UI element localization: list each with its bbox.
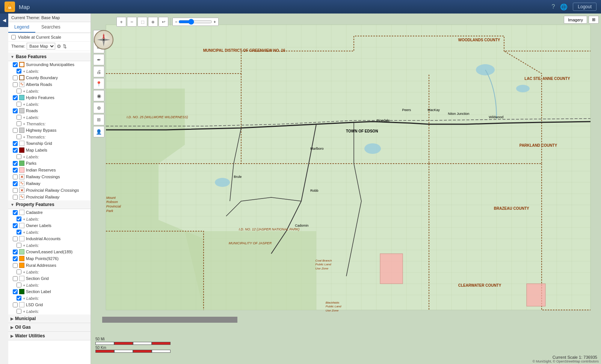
roads-check[interactable] bbox=[13, 108, 18, 113]
highway-bypass-thematics-check[interactable] bbox=[17, 134, 21, 139]
highway-bypass-label: Highway Bypass bbox=[26, 128, 56, 132]
highway-bypass-check[interactable] bbox=[13, 128, 18, 133]
map-points-check[interactable] bbox=[13, 256, 18, 261]
tab-legend[interactable]: Legend bbox=[8, 22, 35, 33]
profile-button[interactable]: 👤 bbox=[93, 126, 104, 137]
surrounding-muni-check[interactable] bbox=[13, 62, 18, 67]
surrounding-muni-labels-check[interactable] bbox=[17, 69, 21, 74]
layer-rural-addresses: Rural Addresses bbox=[8, 262, 91, 269]
back-button[interactable]: ↩ bbox=[159, 17, 168, 27]
theme-settings-icon[interactable]: ⚙ bbox=[57, 44, 61, 49]
owner-labels-sublabels-check[interactable] bbox=[17, 230, 21, 235]
zoom-plus-icon[interactable]: + bbox=[213, 20, 216, 24]
industrial-accounts-check[interactable] bbox=[13, 236, 18, 241]
layers-button[interactable]: ◉ bbox=[93, 90, 104, 101]
zoom-minus-icon[interactable]: − bbox=[175, 20, 177, 24]
railway-crossings-check[interactable] bbox=[13, 174, 18, 179]
hydro-check[interactable] bbox=[13, 95, 18, 100]
tab-searches[interactable]: Searches bbox=[35, 22, 66, 33]
section-property-features[interactable]: ▼ Property Features bbox=[8, 200, 91, 209]
edit-button[interactable]: ✒ bbox=[93, 54, 104, 65]
parks-check[interactable] bbox=[13, 161, 18, 166]
zoom-in2-button[interactable]: ⊕ bbox=[148, 17, 158, 27]
alberta-roads-swatch bbox=[19, 82, 24, 87]
svg-rect-64 bbox=[102, 317, 237, 323]
provincial-railway-swatch bbox=[19, 194, 24, 200]
alberta-roads-labels-label: + Labels: bbox=[23, 89, 39, 93]
theme-adjust-icon[interactable]: ⇅ bbox=[63, 44, 67, 49]
layer-highway-bypass-thematics: + Thematics: bbox=[8, 134, 91, 140]
owner-labels-check[interactable] bbox=[13, 223, 18, 228]
identify-button[interactable]: ⊕ bbox=[93, 102, 104, 113]
section-label-check[interactable] bbox=[13, 289, 18, 294]
section-municipal[interactable]: ▶ Municipal bbox=[8, 314, 91, 323]
help-icon[interactable]: ? bbox=[551, 3, 555, 10]
provincial-railway-crossings-check[interactable] bbox=[13, 188, 18, 193]
section-water-utilities[interactable]: ▶ Water Utilities bbox=[8, 332, 91, 340]
rural-addresses-check[interactable] bbox=[13, 263, 18, 268]
collapse-arrow[interactable]: ◀ bbox=[0, 14, 8, 27]
section-base-features[interactable]: ▼ Base Features bbox=[8, 53, 91, 61]
layer-cadastre-labels: + Labels: bbox=[8, 216, 91, 222]
layer-lsd-grid-labels: + Labels: bbox=[8, 308, 91, 314]
print-button[interactable]: 🖨 bbox=[93, 66, 104, 77]
zoom-out-button[interactable]: − bbox=[127, 17, 137, 27]
imagery-button[interactable]: Imagery bbox=[564, 16, 587, 24]
measure-button[interactable]: ⊞ bbox=[93, 114, 104, 125]
layer-provincial-railway: Provincial Railway bbox=[8, 194, 91, 200]
rural-addresses-labels-check[interactable] bbox=[17, 269, 21, 274]
hydro-labels-check[interactable] bbox=[17, 102, 21, 107]
indian-reserves-check[interactable] bbox=[13, 168, 18, 173]
owner-labels-swatch bbox=[19, 223, 24, 228]
owner-labels-label: Owner Labels bbox=[26, 223, 51, 228]
cadastre-check[interactable] bbox=[13, 210, 18, 215]
section-grid-check[interactable] bbox=[13, 276, 18, 281]
map-area[interactable]: + − ⬚ ⊕ ↩ − + ↻ ✏ ✒ 🖨 📍 ◉ ⊕ ⊞ 👤 N bbox=[91, 14, 601, 364]
grid-button[interactable]: ⊞ bbox=[589, 16, 599, 24]
legend-panel: Current Theme: Base Map Legend Searches … bbox=[8, 14, 91, 364]
svg-marker-68 bbox=[104, 39, 110, 41]
section-grid-labels-check[interactable] bbox=[17, 283, 21, 287]
section-base-features-label: Base Features bbox=[16, 54, 47, 59]
map-labels-check[interactable] bbox=[13, 148, 18, 153]
roads-labels-check[interactable] bbox=[17, 115, 21, 120]
section-label-label: Section Label bbox=[26, 289, 51, 294]
oil-gas-label: Oil Gas bbox=[15, 325, 31, 330]
alberta-roads-labels-check[interactable] bbox=[17, 89, 21, 93]
layer-hydro-labels: + Labels: bbox=[8, 101, 91, 107]
railway-check[interactable] bbox=[13, 181, 18, 186]
logout-button[interactable]: Logout bbox=[573, 3, 596, 11]
zoom-extent-button[interactable]: ⬚ bbox=[137, 17, 147, 27]
current-theme-label: Current Theme: bbox=[11, 15, 40, 20]
top-icons: ? 🌐 Logout bbox=[551, 3, 596, 11]
theme-dropdown[interactable]: Base Map bbox=[27, 43, 55, 50]
cadastre-labels-check[interactable] bbox=[17, 217, 21, 221]
county-boundary-check[interactable] bbox=[13, 75, 18, 80]
layer-alberta-roads-labels: + Labels: bbox=[8, 88, 91, 94]
scale-seg-red-1 bbox=[114, 342, 133, 345]
globe-icon[interactable]: 🌐 bbox=[560, 3, 568, 11]
lsd-grid-labels-check[interactable] bbox=[17, 309, 21, 314]
map-labels-sublabels-check[interactable] bbox=[17, 154, 21, 159]
alberta-roads-label: Alberta Roads bbox=[26, 82, 52, 87]
provincial-railway-check[interactable] bbox=[13, 195, 18, 200]
alberta-roads-check[interactable] bbox=[13, 82, 18, 87]
industrial-accounts-labels-check[interactable] bbox=[17, 243, 21, 248]
crown-leased-check[interactable] bbox=[13, 250, 18, 254]
indian-reserves-label: Indian Reserves bbox=[26, 168, 56, 172]
surrounding-muni-swatch bbox=[19, 62, 24, 67]
cadastre-swatch bbox=[19, 210, 24, 215]
locate-button[interactable]: 📍 bbox=[93, 78, 104, 89]
section-oil-gas[interactable]: ▶ Oil Gas bbox=[8, 323, 91, 332]
theme-label: Theme: bbox=[11, 44, 25, 48]
visible-scale-checkbox[interactable] bbox=[11, 35, 16, 39]
zoom-in-button[interactable]: + bbox=[116, 17, 126, 27]
roads-thematics-check[interactable] bbox=[17, 121, 21, 126]
section-label-labels-check[interactable] bbox=[17, 296, 21, 301]
township-grid-check[interactable] bbox=[13, 141, 18, 146]
lsd-grid-check[interactable] bbox=[13, 302, 18, 307]
attribution: © MuniSight, © OpenStreetMap contributor… bbox=[533, 359, 599, 363]
scale-km-label: 50 Km bbox=[95, 346, 106, 350]
layer-county-boundary: County Boundary bbox=[8, 74, 91, 81]
zoom-slider[interactable] bbox=[178, 19, 212, 25]
